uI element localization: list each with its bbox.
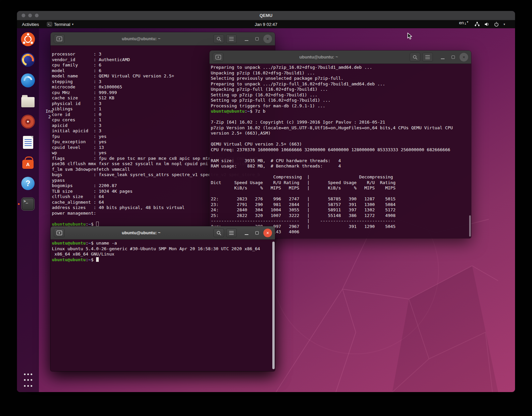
terminal-line: ubuntu@ubuntu:~$ 7z b xyxy=(211,109,470,114)
dock-item-firefox[interactable] xyxy=(20,52,36,68)
new-tab-button[interactable] xyxy=(213,53,223,61)
terminal-glyph: >_ xyxy=(24,199,28,203)
terminal-line: ubuntu@ubuntu:~$ uname -a xyxy=(52,241,274,246)
menu-button[interactable] xyxy=(226,35,237,43)
terminal-line: KiB/s % MIPS MIPS | KiB/s % MIPS MIPS xyxy=(211,185,470,191)
topbar-left: Activities >_ Terminal ▾ xyxy=(17,20,75,28)
headerbar-buttons: × xyxy=(410,53,468,61)
terminal-window-benchmark: ubuntu@ubuntu: ~ × Preparing to unpack .… xyxy=(209,51,471,238)
menu-button[interactable] xyxy=(422,53,433,61)
thunderbird-icon xyxy=(21,73,35,87)
window-title: ubuntu@ubuntu: ~ xyxy=(70,32,212,45)
input-source-index: 1 xyxy=(465,22,466,25)
maximize-button[interactable] xyxy=(253,35,261,43)
software-store-icon: A xyxy=(22,160,34,169)
minimize-button[interactable] xyxy=(242,229,251,237)
terminal-line: 25: 2822 320 1007 3222 | 55148 386 1272 … xyxy=(211,213,470,219)
input-source-indicator[interactable]: en1 ▾ xyxy=(457,20,470,28)
chevron-down-icon[interactable]: ▾ xyxy=(503,23,505,26)
new-tab-button[interactable] xyxy=(54,229,65,237)
volume-icon[interactable] xyxy=(484,22,489,27)
terminal-line xyxy=(211,136,470,142)
headerbar: ubuntu@ubuntu: ~ × xyxy=(209,51,471,64)
close-button[interactable]: × xyxy=(263,35,272,43)
rhythmbox-icon xyxy=(21,115,35,129)
terminal-icon: >_ xyxy=(21,197,35,211)
menu-button[interactable] xyxy=(226,229,237,237)
window-title: ubuntu@ubuntu: ~ xyxy=(229,51,408,63)
terminal-line xyxy=(211,114,470,120)
terminal-line: 22: 2823 276 996 2747 | 58785 390 1287 5… xyxy=(211,196,470,202)
terminal-cursor xyxy=(96,222,99,226)
terminal-line xyxy=(211,191,470,197)
terminal-line: Unpacking p7zip-full (16.02+dfsg-7build1… xyxy=(211,87,470,92)
close-button[interactable]: × xyxy=(460,53,468,61)
terminal-line: 7-Zip [64] 16.02 : Copyright (c) 1999-20… xyxy=(211,120,470,125)
chevron-down-icon: ▾ xyxy=(467,20,468,24)
terminal-line: Processing triggers for man-db (2.9.1-1)… xyxy=(211,103,470,109)
network-wired-icon[interactable] xyxy=(474,22,480,27)
terminal-line: RAM usage: 882 MB, # Benchmark threads: … xyxy=(211,163,470,169)
headerbar-buttons: × xyxy=(213,229,272,237)
show-applications-button[interactable] xyxy=(20,372,36,388)
terminal-line: Setting up p7zip-full (16.02+dfsg-7build… xyxy=(211,98,470,103)
app-menu-terminal[interactable]: >_ Terminal ▾ xyxy=(45,20,75,28)
terminal-line: x86_64 x86_64 GNU/Linux xyxy=(52,252,274,257)
dock-item-thunderbird[interactable] xyxy=(20,72,36,88)
terminal-line: Linux ubuntu 5.4.0-26-generic #30-Ubuntu… xyxy=(52,246,274,252)
window-title: ubuntu@ubuntu: ~ xyxy=(70,226,212,239)
firefox-icon xyxy=(21,53,35,67)
files-folder-icon xyxy=(21,97,35,107)
qemu-window-title: QEMU xyxy=(260,13,273,18)
dock-item-terminal[interactable]: >_ xyxy=(20,196,36,212)
power-icon[interactable] xyxy=(494,22,499,27)
qemu-window: QEMU xyxy=(17,11,515,392)
mouse-cursor xyxy=(407,33,414,41)
qemu-close-button[interactable] xyxy=(22,14,25,17)
terminal-line: Preparing to unpack .../p7zip_16.02+dfsg… xyxy=(211,65,470,70)
scrollbar[interactable] xyxy=(469,215,471,237)
dock-item-files[interactable] xyxy=(20,93,36,109)
desktop-text-fragment: Ins xyxy=(46,109,53,114)
terminal-line: Compressing | Decompressing xyxy=(211,174,470,180)
help-glyph: ? xyxy=(26,179,30,188)
terminal-line: ---------------------------------- | ---… xyxy=(211,218,470,224)
guest-display: Activities >_ Terminal ▾ Jan 9 02:47 en1… xyxy=(17,20,515,392)
minimize-button[interactable] xyxy=(438,53,447,61)
scrollbar[interactable] xyxy=(272,242,275,369)
dock-item-rhythmbox[interactable] xyxy=(20,114,36,130)
search-button[interactable] xyxy=(410,53,420,61)
search-button[interactable] xyxy=(213,35,224,43)
qemu-zoom-button[interactable] xyxy=(35,14,39,17)
qemu-titlebar: QEMU xyxy=(17,11,515,20)
terminal-window-uname: ubuntu@ubuntu: ~ × ubuntu@ubuntu:~$ unam… xyxy=(51,226,275,371)
new-tab-button[interactable] xyxy=(54,35,65,43)
minimize-button[interactable] xyxy=(242,35,251,43)
dock-item-ubuntu-software[interactable]: A xyxy=(20,155,36,171)
dock-item-help[interactable]: ? xyxy=(20,175,36,191)
maximize-button[interactable] xyxy=(253,229,261,237)
activities-button[interactable]: Activities xyxy=(20,20,41,28)
clock[interactable]: Jan 9 02:47 xyxy=(251,20,281,28)
input-source-label: en xyxy=(459,20,464,25)
dock-item-ubuntu-launcher[interactable] xyxy=(20,31,36,47)
qemu-minimize-button[interactable] xyxy=(28,14,32,17)
writer-document-icon xyxy=(23,136,33,149)
terminal-line: Unpacking p7zip (16.02+dfsg-7build1) ... xyxy=(211,70,470,76)
headerbar: ubuntu@ubuntu: ~ × xyxy=(51,226,275,240)
search-button[interactable] xyxy=(213,229,224,237)
desktop-text-fragment: 2 xyxy=(48,114,51,119)
terminal-content[interactable]: Preparing to unpack .../p7zip_16.02+dfsg… xyxy=(209,64,471,238)
terminal-line xyxy=(211,169,470,175)
dock: A ? >_ xyxy=(17,28,39,392)
headerbar-buttons: × xyxy=(213,35,272,43)
qemu-traffic-lights xyxy=(22,14,39,17)
dock-item-libreoffice-writer[interactable] xyxy=(20,134,36,150)
terminal-content[interactable]: ubuntu@ubuntu:~$ uname -aLinux ubuntu 5.… xyxy=(51,240,275,371)
screen: QEMU xyxy=(0,0,532,416)
maximize-button[interactable] xyxy=(449,53,458,61)
close-button[interactable]: × xyxy=(263,229,272,237)
terminal-line: version 2.5+ (663),ASM) xyxy=(211,131,470,136)
terminal-line: Setting up p7zip (16.02+dfsg-7build1) ..… xyxy=(211,92,470,98)
terminal-line: RAM size: 3935 MB, # CPU hardware thread… xyxy=(211,158,470,164)
